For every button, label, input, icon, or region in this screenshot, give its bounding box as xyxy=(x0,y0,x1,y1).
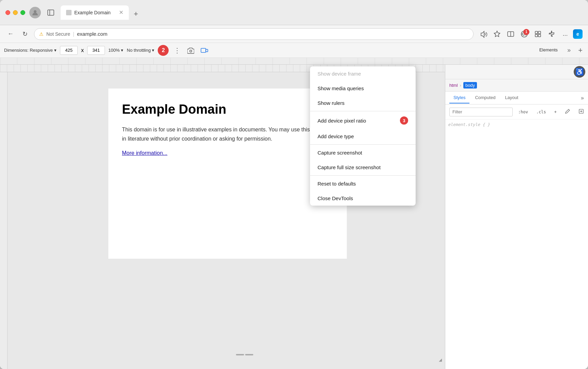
styles-placeholder: element.style { } xyxy=(448,122,585,127)
devtools-bar: Dimensions: Responsive ▾ x 100% ▾ No thr… xyxy=(0,43,588,58)
svg-rect-6 xyxy=(535,31,538,34)
left-ruler xyxy=(0,72,7,369)
menu-divider-3 xyxy=(310,175,416,176)
devtools-panel-header: ♿ xyxy=(445,65,588,79)
menu-show-rulers[interactable]: Show rulers xyxy=(310,96,416,110)
devtools-add-tab[interactable]: + xyxy=(577,45,584,56)
back-button[interactable]: ← xyxy=(5,29,16,39)
menu-add-device-pixel-ratio[interactable]: Add device pixel ratio 3 xyxy=(310,112,416,129)
menu-capture-full-screenshot[interactable]: Capture full size screenshot xyxy=(310,160,416,175)
tab-computed[interactable]: Computed xyxy=(471,92,499,103)
read-aloud-button[interactable] xyxy=(478,28,489,40)
favorites-button[interactable] xyxy=(491,28,503,40)
more-button[interactable]: ... xyxy=(559,28,571,40)
throttle-selector[interactable]: No throttling ▾ xyxy=(127,48,154,53)
responsive-toggle-button[interactable] xyxy=(199,45,210,55)
svg-rect-8 xyxy=(535,34,538,37)
breadcrumb-bar: html › body xyxy=(445,79,588,92)
close-button[interactable] xyxy=(5,10,10,15)
add-style-button[interactable]: + xyxy=(552,108,559,116)
hov-button[interactable]: :hov xyxy=(515,108,531,116)
sidebar-toggle-icon[interactable] xyxy=(45,7,57,18)
refresh-button[interactable]: ↻ xyxy=(20,29,30,39)
new-tab-button[interactable]: + xyxy=(130,8,142,20)
devtools-panel: ♿ html › body Styles Computed Layout » :… xyxy=(445,65,588,369)
throttle-label: No throttling xyxy=(127,48,151,53)
menu-add-device-type[interactable]: Add device type xyxy=(310,129,416,144)
svg-rect-1 xyxy=(48,10,54,15)
tab-close-button[interactable]: ✕ xyxy=(119,9,123,16)
styles-more-tabs[interactable]: » xyxy=(581,95,584,101)
tab-bar: Example Domain ✕ + xyxy=(61,5,583,20)
devtools-more-tabs[interactable]: » xyxy=(564,45,573,55)
devtools-elements-tab[interactable]: Elements xyxy=(536,47,561,53)
dimensions-arrow: ▾ xyxy=(54,48,57,53)
page-body-text: This domain is for use in illustrative e… xyxy=(122,125,333,143)
menu-reset-defaults[interactable]: Reset to defaults xyxy=(310,176,416,191)
nav-actions: 1 ... e xyxy=(478,28,583,40)
throttle-arrow: ▾ xyxy=(152,48,154,53)
menu-show-device-frame[interactable]: Show device frame xyxy=(310,66,416,81)
resize-dot-1 xyxy=(236,354,244,355)
profile-icon[interactable] xyxy=(29,7,41,18)
tab-title: Example Domain xyxy=(74,10,111,15)
styles-tabs: Styles Computed Layout » xyxy=(445,92,588,105)
dimensions-label: Dimensions: Responsive xyxy=(4,48,53,53)
menu-capture-screenshot[interactable]: Capture screenshot xyxy=(310,145,416,160)
filter-input[interactable] xyxy=(449,108,513,116)
title-bar: Example Domain ✕ + xyxy=(0,0,588,25)
tab-layout[interactable]: Layout xyxy=(501,92,522,103)
height-input[interactable] xyxy=(87,46,105,55)
horizontal-ruler xyxy=(0,58,588,64)
badge2-button[interactable]: 2 xyxy=(158,45,169,56)
menu-divider-1 xyxy=(310,111,416,111)
resize-corner[interactable]: ◢ xyxy=(439,357,444,362)
breadcrumb-separator: › xyxy=(460,83,461,88)
styles-content: element.style { } xyxy=(445,119,588,369)
filter-bar: :hov .cls + xyxy=(445,105,588,119)
badge-1: 1 xyxy=(523,29,529,35)
badge-3: 3 xyxy=(400,116,408,125)
breadcrumb-body[interactable]: body xyxy=(463,82,477,89)
ruler-row xyxy=(0,58,588,65)
maximize-button[interactable] xyxy=(20,10,25,15)
nav-bar: ← ↻ ⚠ Not Secure | example.com xyxy=(0,25,588,43)
badge2-container: 2 xyxy=(158,45,169,56)
resize-handle-bottom[interactable] xyxy=(236,354,253,355)
extensions-button[interactable] xyxy=(546,28,557,40)
breadcrumb-html[interactable]: html xyxy=(449,83,458,88)
security-warning-icon: ⚠ xyxy=(39,31,44,37)
zoom-arrow: ▾ xyxy=(121,48,123,53)
address-bar[interactable]: ⚠ Not Secure | example.com xyxy=(34,28,474,40)
width-input[interactable] xyxy=(60,46,78,55)
svg-rect-7 xyxy=(538,31,541,34)
accessibility-icon[interactable]: ♿ xyxy=(574,66,585,78)
menu-close-devtools[interactable]: Close DevTools xyxy=(310,191,416,206)
split-screen-button[interactable] xyxy=(505,28,516,40)
traffic-lights xyxy=(5,10,25,15)
screenshot-button[interactable] xyxy=(186,45,196,55)
menu-show-media-queries[interactable]: Show media queries xyxy=(310,81,416,96)
dim-x: x xyxy=(81,47,84,53)
paint-button[interactable] xyxy=(562,107,573,116)
minimize-button[interactable] xyxy=(13,10,18,15)
more-info-link[interactable]: More information... xyxy=(122,150,167,156)
svg-rect-11 xyxy=(201,48,206,52)
active-tab[interactable]: Example Domain ✕ xyxy=(61,5,129,20)
resize-dot-2 xyxy=(245,354,253,355)
svg-point-10 xyxy=(190,50,192,52)
tab-favicon xyxy=(66,10,72,15)
tab-styles[interactable]: Styles xyxy=(449,92,469,103)
dimensions-selector[interactable]: Dimensions: Responsive ▾ xyxy=(4,48,57,53)
devtools-badge-button[interactable]: 1 xyxy=(519,28,530,40)
browser-window: Example Domain ✕ + ← ↻ ⚠ Not Secure | ex… xyxy=(0,0,588,369)
svg-rect-12 xyxy=(206,49,208,52)
main-content: Example Domain This domain is for use in… xyxy=(0,65,588,369)
computed-nav-button[interactable] xyxy=(576,107,587,116)
collections-button[interactable] xyxy=(532,28,544,40)
cls-button[interactable]: .cls xyxy=(533,108,549,116)
url-text[interactable]: example.com xyxy=(77,31,107,37)
more-options-button[interactable]: ⋮ xyxy=(172,45,182,55)
zoom-selector[interactable]: 100% ▾ xyxy=(108,48,123,53)
svg-rect-9 xyxy=(538,34,541,37)
